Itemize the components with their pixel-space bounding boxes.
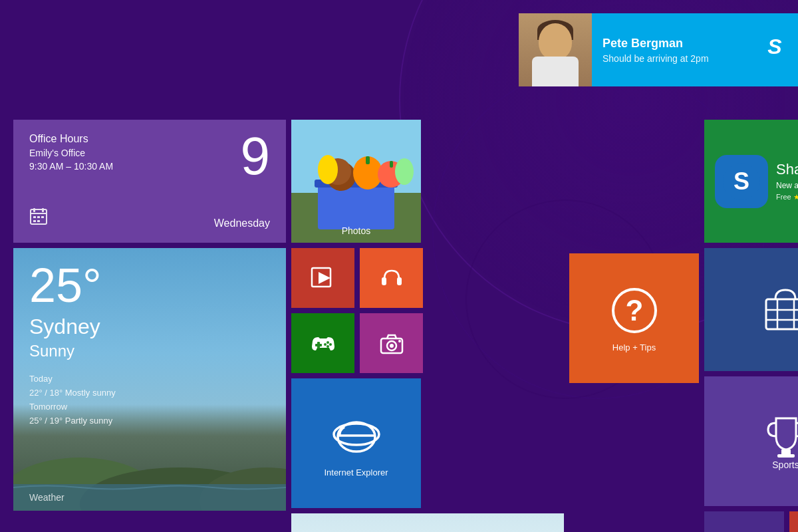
skype-icon: S xyxy=(761,34,788,66)
store-icon xyxy=(761,285,798,334)
music-tile[interactable] xyxy=(360,248,423,308)
news-tile[interactable]: Polar bears enjoy fun, freedom in their … xyxy=(291,513,564,532)
weather-today-label: Today xyxy=(29,374,270,384)
svg-point-38 xyxy=(390,344,394,348)
weather-tomorrow-label: Tomorrow xyxy=(29,402,270,412)
photos-label: Photos xyxy=(342,225,371,236)
svg-rect-16 xyxy=(318,183,394,229)
avatar xyxy=(519,13,592,86)
svg-rect-21 xyxy=(366,156,370,164)
shazam-price: Free xyxy=(776,193,791,201)
shazam-tile[interactable]: S Shazam New app in the St... Free ★★★★☆… xyxy=(704,120,798,243)
help-label: Help + Tips xyxy=(612,342,656,352)
weather-condition: Sunny xyxy=(29,342,270,360)
svg-rect-6 xyxy=(37,216,40,218)
column-4: S Shazam New app in the St... Free ★★★★☆… xyxy=(704,120,798,532)
tiles-container: Office Hours Emily's Office 9:30 AM – 10… xyxy=(13,120,798,532)
shazam-title: Shazam xyxy=(776,161,798,178)
weather-label: Weather xyxy=(29,492,65,503)
video-tile[interactable] xyxy=(291,248,354,308)
skype-icon-area: S xyxy=(751,13,798,86)
svg-rect-8 xyxy=(33,220,36,222)
svg-text:?: ? xyxy=(625,294,643,327)
sports-label: Sports xyxy=(772,460,798,470)
svg-rect-7 xyxy=(41,216,44,218)
svg-point-33 xyxy=(329,343,332,346)
svg-marker-27 xyxy=(319,272,331,284)
svg-text:S: S xyxy=(767,35,782,59)
ie-tile[interactable]: Internet Explorer xyxy=(291,378,421,508)
svg-rect-3 xyxy=(42,208,44,212)
camera-tile[interactable] xyxy=(360,313,423,373)
svg-point-39 xyxy=(398,340,401,342)
weather-city: Sydney xyxy=(29,315,270,339)
shazam-meta: Free ★★★★☆ 122 xyxy=(776,193,798,201)
svg-text:S: S xyxy=(733,168,749,195)
shazam-icon: S xyxy=(715,155,768,208)
svg-rect-23 xyxy=(390,161,393,168)
trophy-icon xyxy=(763,413,799,460)
shazam-rating: ★★★★☆ xyxy=(793,193,798,201)
weather-temperature: 25° xyxy=(29,261,270,309)
svg-rect-5 xyxy=(33,216,36,218)
svg-point-32 xyxy=(327,341,329,344)
bottom-tiles-row: Maps Reading xyxy=(704,511,798,532)
store-tile[interactable] xyxy=(704,248,798,371)
ie-label: Internet Explorer xyxy=(324,467,388,477)
help-tile[interactable]: ? Help + Tips xyxy=(569,253,699,383)
column-1: Office Hours Emily's Office 9:30 AM – 10… xyxy=(13,120,286,532)
camera-icon xyxy=(378,329,406,357)
help-icon: ? xyxy=(608,284,661,337)
controller-icon xyxy=(309,329,337,357)
small-tiles-group xyxy=(291,248,564,373)
notification-content: Pete Bergman Should be arriving at 2pm xyxy=(592,29,751,72)
calendar-event-title: Office Hours xyxy=(29,133,270,145)
svg-rect-28 xyxy=(382,277,386,285)
calendar-event-time: 9:30 AM – 10:30 AM xyxy=(29,161,270,172)
headphones-icon xyxy=(378,264,406,292)
xbox-tile[interactable] xyxy=(291,313,354,373)
calendar-icon xyxy=(29,207,48,229)
sports-tile[interactable]: Sports xyxy=(704,376,798,506)
svg-point-34 xyxy=(327,345,329,348)
column-3: ? Help + Tips xyxy=(569,120,699,532)
shazam-subtitle: New app in the St... xyxy=(776,181,798,190)
reading-tile[interactable]: Reading xyxy=(789,511,798,532)
svg-rect-78 xyxy=(777,454,795,458)
video-icon xyxy=(309,264,337,292)
calendar-tile[interactable]: Office Hours Emily's Office 9:30 AM – 10… xyxy=(13,120,286,243)
svg-point-35 xyxy=(324,343,327,346)
svg-rect-9 xyxy=(37,220,40,222)
calendar-day-number: 9 xyxy=(241,130,271,183)
svg-rect-29 xyxy=(397,277,402,285)
column-2: Photos xyxy=(291,120,564,532)
svg-point-24 xyxy=(318,155,338,184)
svg-point-25 xyxy=(395,158,414,185)
calendar-day-name: Wednesday xyxy=(214,217,270,229)
news-image xyxy=(291,513,564,532)
svg-rect-43 xyxy=(291,513,564,532)
shazam-info: Shazam New app in the St... Free ★★★★☆ 1… xyxy=(776,161,798,201)
weather-tile[interactable]: 25° Sydney Sunny Today 22° / 18° Mostly … xyxy=(13,248,286,511)
svg-rect-31 xyxy=(315,344,322,346)
notification-name: Pete Bergman xyxy=(602,37,741,51)
notification-toast[interactable]: Pete Bergman Should be arriving at 2pm S xyxy=(519,13,798,86)
calendar-event-location: Emily's Office xyxy=(29,148,270,158)
svg-rect-77 xyxy=(781,450,791,455)
weather-today-forecast: 22° / 18° Mostly sunny xyxy=(29,388,270,398)
svg-rect-2 xyxy=(33,208,35,212)
maps-tile[interactable]: Maps xyxy=(704,511,784,532)
notification-message: Should be arriving at 2pm xyxy=(602,53,741,64)
ie-icon xyxy=(330,409,383,462)
photos-tile[interactable]: Photos xyxy=(291,120,421,243)
weather-tomorrow-forecast: 25° / 19° Partly sunny xyxy=(29,416,270,426)
